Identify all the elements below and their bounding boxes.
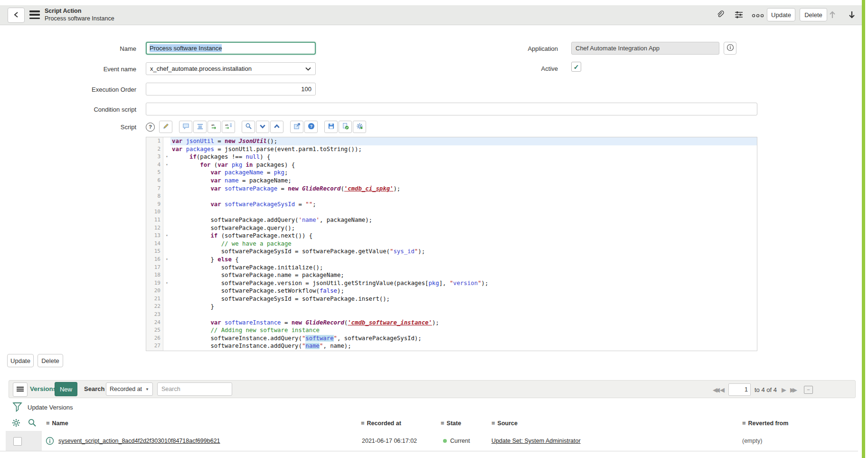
name-input[interactable]: Process software Instance [146, 42, 316, 55]
script-label: Script [41, 124, 136, 131]
personalize-form-button[interactable] [734, 10, 744, 20]
replace-all-icon: ab [225, 123, 232, 131]
event-name-select[interactable]: x_chef_automate.process.installation [146, 62, 316, 75]
column-menu-icon[interactable]: ≡ [361, 420, 365, 427]
application-info-button[interactable] [724, 42, 736, 55]
gear-sync-icon [356, 123, 363, 131]
context-menu-icon[interactable] [29, 10, 40, 19]
format-lines-icon [197, 123, 204, 131]
filter-breadcrumb[interactable]: Update Versions [28, 404, 73, 411]
row-checkbox[interactable] [13, 437, 22, 446]
application-label: Application [463, 45, 558, 52]
row-name-link[interactable]: sysevent_script_action_8acd4f2d2f303010f… [58, 438, 220, 444]
list-search-input[interactable] [157, 382, 232, 396]
condition-script-input[interactable] [146, 103, 757, 115]
back-button[interactable] [8, 8, 25, 23]
column-menu-icon[interactable]: ≡ [491, 420, 495, 427]
list-filter-row: Update Versions [0, 401, 858, 417]
editor-preferences-button[interactable] [353, 121, 366, 133]
column-header-recorded-at[interactable]: ≡Recorded at [361, 420, 401, 427]
column-menu-icon[interactable]: ≡ [46, 420, 50, 427]
editor-help-button[interactable]: ? [304, 121, 318, 133]
column-header-state[interactable]: ≡State [441, 420, 461, 427]
open-in-new-window-button[interactable] [290, 121, 303, 133]
add-comment-button[interactable] [179, 121, 192, 133]
script-help-icon[interactable]: ? [146, 123, 155, 132]
record-title-block: Script Action Process software Instance [45, 7, 114, 22]
versions-list-header-bar: Versions New Search Recorded at ▼ ◀◀ ◀ t… [9, 380, 856, 398]
editor-search-button[interactable] [242, 121, 255, 133]
minimize-list-button[interactable]: − [804, 386, 813, 394]
list-column-header-row: ≡Name ≡Recorded at ≡State ≡Source ≡Rever… [0, 417, 858, 431]
condition-script-label: Condition script [41, 106, 136, 113]
magnifier-icon [245, 123, 252, 131]
header-update-button[interactable]: Update [767, 8, 795, 21]
more-options-button[interactable] [751, 10, 765, 20]
replace-icon: ab [211, 123, 218, 131]
name-value-selected: Process software Instance [150, 44, 222, 52]
footer-delete-button[interactable]: Delete [38, 354, 63, 367]
row-info-icon[interactable] [46, 437, 54, 445]
page-subtitle: Process software Instance [45, 15, 114, 22]
list-search-icon[interactable] [28, 418, 37, 429]
row-source-link[interactable]: Update Set: System Administrator [491, 438, 581, 444]
pencil-icon [162, 123, 170, 131]
application-field-readonly: Chef Automate Integration App [571, 42, 719, 55]
new-version-button[interactable]: New [55, 382, 77, 396]
header-delete-button[interactable]: Delete [800, 8, 827, 21]
row-state: Current [443, 438, 470, 444]
list-gear-icon[interactable] [11, 418, 21, 429]
scroll-down-button[interactable] [847, 10, 857, 20]
svg-text:ab: ab [225, 123, 228, 126]
footer-update-button[interactable]: Update [7, 354, 34, 367]
dropdown-arrow-icon: ▼ [145, 387, 149, 391]
execution-order-input[interactable]: 100 [146, 83, 316, 95]
list-search-label: Search [84, 385, 104, 392]
chevron-down-bold-icon [259, 124, 266, 131]
script-editor-toolbar: ? ab ab ? [146, 121, 367, 133]
active-checkbox[interactable]: ✓ [571, 62, 581, 72]
list-rows: sysevent_script_action_8acd4f2d2f303010f… [0, 431, 858, 451]
previous-page-button[interactable]: ◀ [720, 386, 725, 393]
versions-list-title[interactable]: Versions [30, 385, 57, 392]
table-row: sysevent_script_action_8acd4f2d2f303010f… [0, 431, 858, 451]
first-page-button[interactable]: ◀◀ [713, 386, 717, 393]
list-context-menu-button[interactable] [13, 382, 28, 397]
gutter-folds[interactable]: ▾▾▾▾▾ [163, 137, 170, 351]
column-menu-icon[interactable]: ≡ [441, 420, 444, 427]
replace-button[interactable]: ab [208, 121, 221, 133]
validate-script-button[interactable] [339, 121, 352, 133]
paperclip-icon [716, 10, 725, 20]
replace-all-button[interactable]: ab [222, 121, 235, 133]
find-previous-button[interactable] [270, 121, 283, 133]
last-page-button[interactable]: ▶▶ [790, 386, 795, 393]
column-header-name[interactable]: ≡Name [46, 420, 68, 427]
info-circle-icon [726, 44, 734, 53]
list-pagination: ◀◀ ◀ to 4 of 4 ▶ ▶▶ − [713, 381, 813, 399]
toggle-syntax-editor-button[interactable] [159, 121, 172, 133]
attachments-button[interactable] [715, 10, 725, 20]
save-button[interactable] [324, 121, 338, 133]
code-lines[interactable]: var jsonUtil = new JsonUtil();var packag… [170, 137, 757, 351]
back-chevron-icon [13, 11, 19, 19]
find-next-button[interactable] [256, 121, 269, 133]
row-state-text: Current [450, 438, 470, 444]
svg-text:?: ? [310, 124, 312, 129]
script-code-editor[interactable]: 1234567891011121314151617181920212223242… [146, 137, 757, 351]
scroll-up-button[interactable] [827, 10, 838, 20]
active-label: Active [463, 65, 558, 72]
execution-order-value: 100 [301, 86, 311, 93]
checkbox-cell [6, 431, 42, 451]
chevron-up-bold-icon [274, 124, 280, 131]
more-options-icon [752, 12, 764, 19]
filter-funnel-icon[interactable] [12, 401, 22, 414]
format-code-button[interactable] [193, 121, 207, 133]
column-header-source[interactable]: ≡Source [491, 420, 518, 427]
page-number-input[interactable] [728, 383, 751, 396]
column-header-reverted-from[interactable]: ≡Reverted from [742, 420, 788, 427]
arrow-down-icon [847, 10, 857, 21]
next-page-button[interactable]: ▶ [782, 386, 786, 393]
row-range-text: to 4 of 4 [755, 386, 777, 393]
search-column-select[interactable]: Recorded at ▼ [106, 382, 153, 396]
column-menu-icon[interactable]: ≡ [742, 420, 746, 427]
